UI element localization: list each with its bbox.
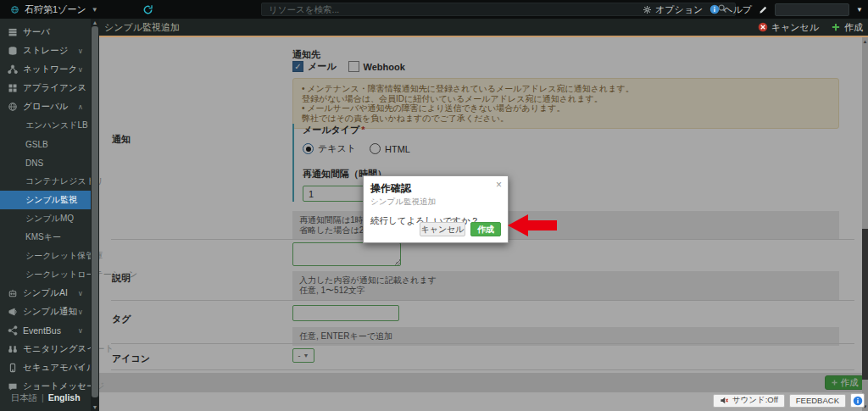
- sidebar-item-label: ネットワーク: [23, 64, 77, 75]
- cancel-x-icon: [758, 22, 768, 32]
- language-switcher: 日本語|English: [0, 392, 91, 404]
- sidebar-item-server[interactable]: サーバ: [0, 23, 91, 42]
- sidebar-item-label: シンプル通知: [23, 306, 77, 318]
- content-header: シンプル監視追加 キャンセル 作成: [99, 19, 868, 37]
- zone-globe-icon: [10, 5, 19, 14]
- sidebar-item-label: EventBus: [23, 325, 61, 336]
- appliance-icon: [8, 83, 18, 93]
- sidebar-item-network[interactable]: ネットワーク ∨: [0, 60, 91, 79]
- close-icon[interactable]: ×: [496, 179, 502, 191]
- speaker-off-icon: [720, 396, 729, 405]
- network-icon: [8, 64, 18, 75]
- sidebar-item-gslb[interactable]: GSLB: [0, 135, 91, 153]
- robot-icon: [8, 288, 18, 298]
- info-icon: [709, 4, 720, 14]
- info-button[interactable]: [850, 393, 865, 408]
- lang-separator: |: [42, 392, 44, 403]
- sidebar-scrollbar[interactable]: [91, 19, 99, 411]
- chevron-up-icon: ∧: [78, 103, 83, 111]
- utility-footer: サウンド:Off FEEDBACK: [713, 393, 865, 408]
- sidebar-item-secret-vault[interactable]: シークレット保管庫: [0, 247, 91, 265]
- refresh-icon[interactable]: [142, 4, 153, 15]
- sidebar-item-simple-notification[interactable]: シンプル通知 ∨: [0, 303, 91, 321]
- sidebar-item-label: シンプルAI: [23, 287, 68, 299]
- confirm-dialog: 操作確認 × シンプル監視追加 続行してよろしいですか？ キャンセル 作成: [363, 175, 509, 243]
- create-label: 作成: [844, 21, 863, 34]
- options-label: オプション: [655, 3, 703, 16]
- help-button[interactable]: ヘルプ: [709, 3, 752, 16]
- lang-en[interactable]: English: [48, 392, 81, 403]
- sidebar-item-storage[interactable]: ストレージ ∨: [0, 42, 91, 60]
- sidebar-item-monitoring-suite[interactable]: モニタリングスイート ∨: [0, 340, 91, 358]
- chevron-down-icon: ∨: [78, 47, 83, 55]
- sidebar-item-label: DNS: [25, 158, 43, 168]
- sidebar-item-label: グローバル: [23, 101, 68, 113]
- chevron-down-icon: ∨: [78, 364, 83, 372]
- sidebar-item-eventbus[interactable]: EventBus ∨: [0, 321, 91, 340]
- sidebar-item-global[interactable]: グローバル ∧: [0, 97, 91, 116]
- sidebar-item-dns[interactable]: DNS: [0, 153, 91, 172]
- pencil-icon[interactable]: [759, 5, 768, 14]
- create-button-header[interactable]: 作成: [831, 21, 863, 34]
- chevron-down-icon: ∨: [78, 345, 83, 353]
- chevron-down-icon: ▼: [92, 6, 98, 14]
- topbar-select[interactable]: [775, 3, 849, 16]
- sidebar-item-simple-monitor[interactable]: シンプル監視: [0, 191, 91, 209]
- zone-selector[interactable]: 石狩第1ゾーン ▼: [10, 3, 98, 16]
- dialog-create-button[interactable]: 作成: [470, 222, 501, 236]
- sound-label: サウンド:Off: [732, 395, 778, 406]
- dialog-cancel-button[interactable]: キャンセル: [420, 222, 465, 236]
- sidebar-item-label: エンハンスドLB: [25, 119, 88, 131]
- feedback-button[interactable]: FEEDBACK: [789, 394, 846, 408]
- sidebar: サーバ ストレージ ∨ ネットワーク ∨ アプライアンス ∨ グローバル ∧: [0, 19, 99, 411]
- sidebar-item-label: シンプルMQ: [25, 213, 74, 225]
- annotation-arrow-icon: [508, 214, 558, 237]
- globe-icon: [8, 102, 18, 112]
- storage-icon: [8, 46, 18, 56]
- sidebar-item-label: シンプル監視: [25, 194, 77, 206]
- feedback-label: FEEDBACK: [796, 396, 839, 405]
- chevron-down-icon: ∨: [78, 308, 83, 316]
- sidebar-item-simple-mq[interactable]: シンプルMQ: [0, 209, 91, 228]
- help-label: ヘルプ: [723, 3, 752, 16]
- scroll-down-icon[interactable]: [91, 403, 99, 411]
- dialog-title: 操作確認: [370, 181, 501, 196]
- sidebar-item-kms-key[interactable]: KMSキー: [0, 228, 91, 247]
- page-title: シンプル監視追加: [104, 21, 180, 34]
- chevron-down-icon[interactable]: ▼: [856, 6, 863, 14]
- cancel-label: キャンセル: [771, 21, 819, 34]
- server-icon: [8, 27, 18, 37]
- sidebar-item-label: ストレージ: [23, 45, 68, 57]
- options-button[interactable]: オプション: [643, 3, 703, 16]
- sidebar-item-label: KMSキー: [25, 231, 61, 243]
- sidebar-item-container-registry[interactable]: コンテナレジストリ: [0, 172, 91, 191]
- chevron-down-icon: ∨: [78, 65, 83, 74]
- info-icon: [853, 396, 863, 406]
- sidebar-item-secure-mobile[interactable]: セキュアモバイル ∨: [0, 358, 91, 377]
- mobile-icon: [8, 363, 18, 373]
- chevron-down-icon: ∨: [78, 84, 83, 92]
- app-window: 石狩第1ゾーン ▼ オプション ヘルプ ▼ サーバ: [0, 0, 868, 411]
- chat-icon: [8, 381, 18, 392]
- binoculars-icon: [8, 344, 18, 354]
- sidebar-item-label: サーバ: [23, 26, 50, 38]
- chevron-down-icon: ∨: [78, 326, 83, 335]
- scroll-up-icon[interactable]: [91, 19, 99, 26]
- share-icon: [8, 325, 18, 336]
- sound-toggle-button[interactable]: サウンド:Off: [713, 394, 785, 408]
- gear-icon: [643, 5, 652, 14]
- lang-ja[interactable]: 日本語: [10, 392, 37, 403]
- cancel-button[interactable]: キャンセル: [758, 21, 819, 34]
- megaphone-icon: [8, 307, 18, 317]
- sidebar-item-label: GSLB: [25, 140, 48, 149]
- sidebar-item-secret-rotation[interactable]: シークレットローテーション: [0, 265, 91, 284]
- sidebar-item-simple-ai[interactable]: シンプルAI ∨: [0, 284, 91, 303]
- top-bar: 石狩第1ゾーン ▼ オプション ヘルプ ▼: [0, 0, 868, 19]
- scrollbar-thumb[interactable]: [92, 26, 98, 397]
- chevron-down-icon: ∨: [78, 289, 83, 297]
- dialog-subtitle: シンプル監視追加: [370, 197, 501, 208]
- sidebar-item-label: セキュアモバイル: [23, 362, 96, 374]
- sidebar-item-enhanced-lb[interactable]: エンハンスドLB: [0, 116, 91, 135]
- sidebar-item-appliance[interactable]: アプライアンス ∨: [0, 79, 91, 97]
- zone-label: 石狩第1ゾーン: [25, 3, 86, 16]
